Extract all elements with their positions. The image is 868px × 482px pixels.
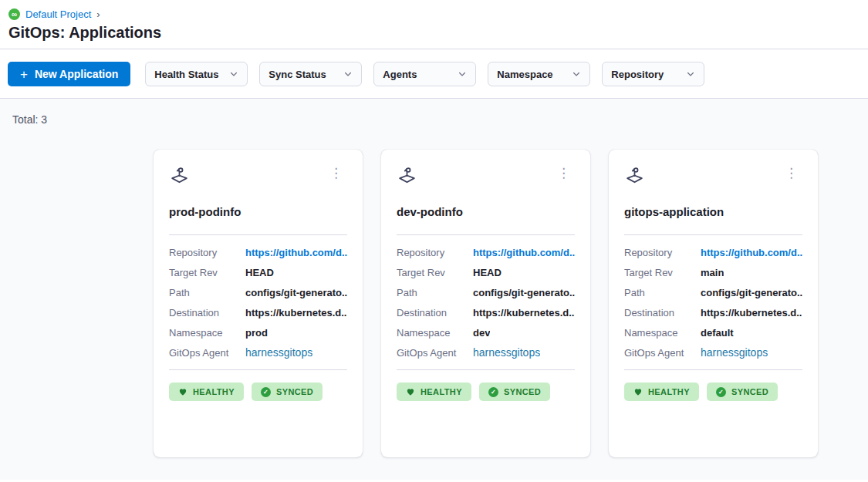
filter-label: Sync Status: [269, 69, 326, 80]
field-label: Path: [169, 287, 245, 298]
field-label: GitOps Agent: [169, 347, 245, 359]
field-row-namespace: Namespace prod: [169, 322, 347, 342]
chevron-down-icon: [572, 69, 581, 79]
heart-icon: [406, 387, 415, 396]
field-label: Namespace: [169, 327, 245, 339]
health-status-label: HEALTHY: [420, 387, 462, 396]
application-icon: [624, 165, 645, 186]
field-value: prod: [245, 327, 268, 339]
application-name: gitops-application: [624, 205, 802, 218]
gitops-agent-link[interactable]: harnessgitops: [473, 346, 540, 359]
breadcrumb-chevron-icon: ›: [96, 8, 100, 20]
plus-icon: +: [20, 68, 28, 81]
health-status-badge: HEALTHY: [169, 383, 244, 401]
field-row-gitops-agent: GitOps Agent harnessgitops: [169, 342, 347, 362]
field-label: Destination: [169, 307, 245, 319]
page-title: GitOps: Applications: [8, 24, 860, 42]
application-icon: [169, 165, 190, 186]
filter-agents[interactable]: Agents: [373, 62, 476, 86]
card-options-menu-icon[interactable]: ⋮: [325, 165, 347, 181]
application-cards: ⋮ prod-podinfo Repository https://github…: [154, 150, 868, 457]
check-circle-icon: ✓: [716, 387, 726, 397]
filter-sync-status[interactable]: Sync Status: [259, 62, 362, 86]
project-icon: ∞: [8, 8, 20, 20]
new-application-label: New Application: [35, 68, 118, 80]
field-value: https://kubernetes.d...: [473, 307, 575, 319]
application-card-dev-podinfo[interactable]: ⋮ dev-podinfo Repository https://github.…: [381, 150, 590, 457]
field-value: main: [701, 267, 724, 278]
field-label: GitOps Agent: [397, 347, 473, 359]
divider: [169, 234, 347, 235]
health-status-badge: HEALTHY: [397, 383, 471, 401]
field-label: GitOps Agent: [624, 347, 701, 359]
divider: [624, 234, 802, 235]
sync-status-badge: ✓ SYNCED: [707, 383, 778, 401]
field-value: HEAD: [245, 267, 274, 278]
chevron-down-icon: [229, 69, 238, 79]
filter-namespace[interactable]: Namespace: [488, 62, 590, 86]
field-row-path: Path configs/git-generato...: [624, 282, 802, 302]
total-count-label: Total: 3: [0, 99, 868, 126]
field-list: Repository https://github.com/d... Targe…: [624, 242, 802, 362]
chevron-down-icon: [458, 69, 467, 79]
application-name: prod-podinfo: [169, 205, 347, 218]
field-row-gitops-agent: GitOps Agent harnessgitops: [397, 342, 575, 362]
new-application-button[interactable]: + New Application: [8, 62, 130, 86]
repository-link[interactable]: https://github.com/d...: [473, 247, 575, 258]
gitops-agent-link[interactable]: harnessgitops: [245, 346, 312, 359]
check-circle-icon: ✓: [261, 387, 271, 397]
field-label: Path: [397, 287, 473, 298]
field-label: Destination: [624, 307, 701, 319]
field-value: dev: [473, 327, 490, 339]
sync-status-label: SYNCED: [731, 387, 768, 396]
filter-label: Health Status: [154, 69, 218, 80]
card-options-menu-icon[interactable]: ⋮: [780, 165, 802, 181]
field-list: Repository https://github.com/d... Targe…: [169, 242, 347, 362]
heart-icon: [633, 387, 643, 396]
breadcrumb-project-link[interactable]: Default Project: [25, 8, 91, 20]
toolbar: + New Application Health Status Sync Sta…: [0, 49, 868, 98]
health-status-label: HEALTHY: [193, 387, 235, 396]
card-header: ⋮: [397, 165, 575, 188]
field-label: Destination: [397, 307, 473, 319]
card-header: ⋮: [169, 165, 347, 188]
field-row-target-rev: Target Rev main: [624, 262, 802, 282]
field-row-target-rev: Target Rev HEAD: [397, 262, 575, 282]
chevron-down-icon: [686, 69, 695, 79]
field-row-namespace: Namespace dev: [397, 322, 575, 342]
field-row-target-rev: Target Rev HEAD: [169, 262, 347, 282]
field-value: configs/git-generato...: [473, 287, 575, 298]
field-row-destination: Destination https://kubernetes.d...: [397, 302, 575, 322]
repository-link[interactable]: https://github.com/d...: [701, 247, 802, 258]
field-label: Repository: [624, 247, 701, 258]
field-row-repository: Repository https://github.com/d...: [397, 242, 575, 262]
gitops-agent-link[interactable]: harnessgitops: [701, 346, 768, 359]
field-label: Target Rev: [624, 267, 701, 278]
filter-label: Repository: [611, 69, 664, 80]
field-row-namespace: Namespace default: [624, 322, 802, 342]
application-card-gitops-application[interactable]: ⋮ gitops-application Repository https://…: [609, 150, 818, 457]
application-card-prod-podinfo[interactable]: ⋮ prod-podinfo Repository https://github…: [154, 150, 363, 457]
field-label: Target Rev: [169, 267, 245, 278]
breadcrumb: ∞ Default Project ›: [8, 6, 860, 22]
divider: [624, 369, 802, 370]
sync-status-label: SYNCED: [276, 387, 313, 396]
field-row-destination: Destination https://kubernetes.d...: [169, 302, 347, 322]
health-status-label: HEALTHY: [648, 387, 690, 396]
field-label: Path: [624, 287, 701, 298]
repository-link[interactable]: https://github.com/d...: [245, 247, 347, 258]
filter-repository[interactable]: Repository: [602, 62, 704, 86]
field-value: default: [701, 327, 734, 339]
sync-status-badge: ✓ SYNCED: [252, 383, 323, 401]
sync-status-label: SYNCED: [504, 387, 541, 396]
field-label: Repository: [397, 247, 473, 258]
status-badges: HEALTHY ✓ SYNCED: [169, 383, 347, 401]
field-list: Repository https://github.com/d... Targe…: [397, 242, 575, 362]
field-value: configs/git-generato...: [245, 287, 347, 298]
divider: [397, 234, 575, 235]
sync-status-badge: ✓ SYNCED: [479, 383, 550, 401]
card-options-menu-icon[interactable]: ⋮: [552, 165, 575, 181]
field-row-path: Path configs/git-generato...: [397, 282, 575, 302]
filter-health-status[interactable]: Health Status: [145, 62, 248, 86]
field-label: Target Rev: [397, 267, 473, 278]
